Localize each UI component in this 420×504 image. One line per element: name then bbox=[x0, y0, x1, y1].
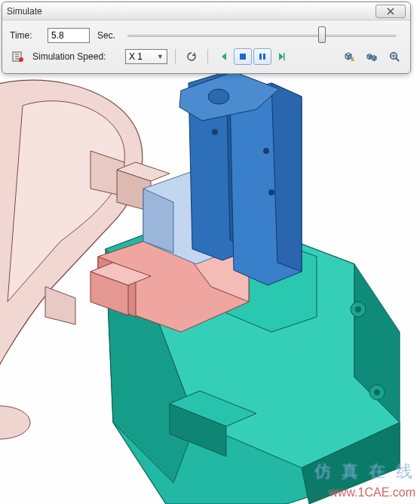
step-back-icon bbox=[219, 52, 228, 61]
svg-point-10 bbox=[19, 57, 23, 62]
time-label: Time: bbox=[10, 30, 41, 41]
close-button[interactable] bbox=[376, 5, 406, 18]
collision-check-2-button[interactable] bbox=[363, 48, 380, 65]
close-icon bbox=[387, 8, 394, 15]
svg-point-5 bbox=[208, 89, 229, 104]
divider bbox=[175, 49, 176, 64]
divider bbox=[207, 49, 208, 64]
svg-point-7 bbox=[268, 189, 274, 195]
svg-point-3 bbox=[374, 389, 380, 395]
magnifier-icon bbox=[388, 51, 400, 63]
slider-thumb[interactable] bbox=[318, 26, 326, 43]
watermark-text-2: www.1CAE.com bbox=[329, 486, 415, 499]
zoom-fit-button[interactable] bbox=[386, 48, 403, 65]
stop-button[interactable] bbox=[234, 48, 252, 65]
watermark-text-1: 仿 真 在 线 bbox=[314, 460, 415, 483]
controls-row: Simulation Speed: X 1 ▼ bbox=[10, 46, 403, 67]
time-input[interactable] bbox=[48, 28, 90, 43]
chevron-down-icon: ▼ bbox=[157, 53, 164, 60]
simulate-dialog: Simulate Time: Sec. bbox=[2, 2, 411, 74]
time-unit: Sec. bbox=[97, 30, 115, 41]
collision-check-1-button[interactable] bbox=[341, 48, 357, 65]
time-row: Time: Sec. bbox=[10, 25, 403, 46]
svg-rect-14 bbox=[284, 53, 285, 60]
playback-controls bbox=[216, 48, 290, 65]
svg-rect-11 bbox=[240, 54, 246, 60]
slider-track bbox=[127, 35, 397, 37]
cube-spark-icon bbox=[343, 51, 355, 63]
svg-point-1 bbox=[355, 306, 361, 312]
speed-select[interactable]: X 1 ▼ bbox=[125, 49, 167, 64]
speed-value: X 1 bbox=[129, 51, 143, 62]
record-icon bbox=[12, 51, 24, 63]
dialog-title: Simulate bbox=[7, 6, 376, 17]
pause-button[interactable] bbox=[253, 48, 271, 65]
svg-rect-13 bbox=[263, 54, 265, 60]
dialog-titlebar[interactable]: Simulate bbox=[2, 2, 410, 20]
step-forward-icon bbox=[277, 52, 286, 61]
svg-rect-12 bbox=[259, 54, 262, 60]
stop-icon bbox=[239, 53, 247, 60]
pause-icon bbox=[259, 53, 266, 60]
cube-pair-icon bbox=[366, 51, 378, 63]
record-button[interactable] bbox=[10, 48, 26, 65]
step-back-button[interactable] bbox=[216, 48, 232, 65]
step-forward-button[interactable] bbox=[273, 48, 290, 65]
svg-point-8 bbox=[212, 129, 218, 135]
refresh-button[interactable] bbox=[183, 48, 200, 65]
time-slider[interactable] bbox=[127, 28, 397, 43]
cad-viewport[interactable]: 仿 真 在 线 www.1CAE.com bbox=[0, 0, 420, 504]
svg-point-6 bbox=[263, 148, 269, 154]
speed-label: Simulation Speed: bbox=[32, 51, 119, 62]
refresh-icon bbox=[186, 51, 197, 62]
svg-point-4 bbox=[0, 406, 30, 439]
